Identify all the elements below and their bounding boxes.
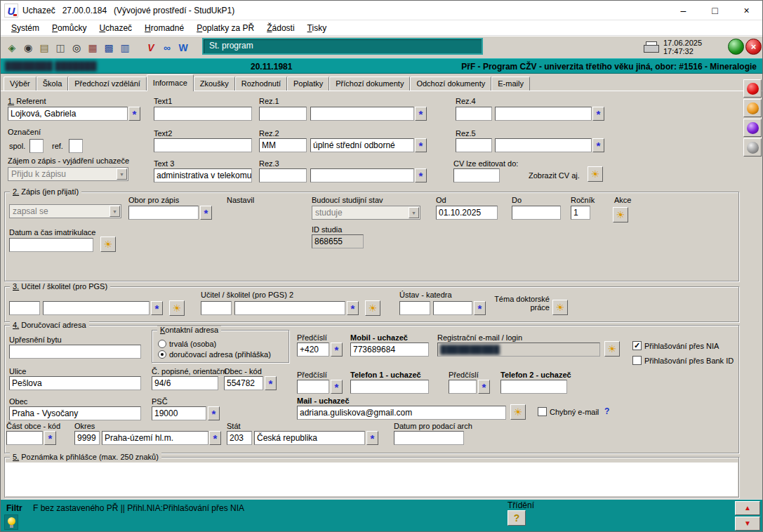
rocnik-field[interactable]: 1: [571, 206, 590, 220]
predcisli2-field[interactable]: [297, 380, 329, 394]
rez5-text-field[interactable]: [495, 138, 592, 152]
view-icon[interactable]: ◎: [69, 41, 84, 55]
chybny-email-checkbox[interactable]: [538, 407, 547, 416]
telefon1-field[interactable]: [350, 380, 429, 394]
text3-field[interactable]: administrativa v telekomu: [154, 168, 252, 182]
diamond-icon[interactable]: ◈: [5, 41, 19, 55]
referent-field[interactable]: Lojková, Gabriela: [8, 107, 128, 121]
red-indicator-button[interactable]: [743, 79, 762, 98]
obec-kod-field[interactable]: 554782: [224, 376, 263, 390]
menu-system[interactable]: Systém: [5, 21, 46, 35]
show-cv-button[interactable]: ☀: [588, 166, 603, 182]
menu-zadosti[interactable]: Žádosti: [260, 21, 300, 35]
text1-field[interactable]: [154, 107, 252, 121]
rez3-code-field[interactable]: [259, 168, 307, 182]
tab-rozhodnuti[interactable]: Rozhodnutí: [235, 77, 287, 91]
rez2-text-field[interactable]: úplné střední odborné: [310, 138, 414, 152]
validation-icon[interactable]: V: [144, 41, 158, 55]
trideni-help-button[interactable]: ?: [507, 510, 526, 526]
cislo-popisne-field[interactable]: 94/6: [152, 376, 218, 390]
predcisli3-field[interactable]: [449, 380, 477, 394]
word-icon[interactable]: W: [176, 41, 190, 55]
stroller-icon[interactable]: ∞: [160, 41, 174, 55]
tab-prichozi-dokumenty[interactable]: Příchozí dokumenty: [329, 77, 410, 91]
lightbulb-button[interactable]: [4, 514, 18, 530]
menu-hromadne[interactable]: Hromadné: [138, 21, 190, 35]
list-icon[interactable]: ▥: [118, 41, 132, 55]
poznamka-textarea[interactable]: [6, 463, 738, 496]
predcisli3-lookup-button[interactable]: *: [478, 380, 490, 394]
save-icon[interactable]: ◫: [53, 41, 67, 55]
okres-code-field[interactable]: 9999: [74, 431, 100, 445]
psc-field[interactable]: 19000: [152, 406, 206, 420]
registracni-email-button[interactable]: ☀: [604, 341, 620, 357]
purple-indicator-button[interactable]: [743, 119, 762, 137]
ustav-code-field[interactable]: [399, 301, 430, 315]
okres-lookup-button[interactable]: *: [209, 431, 221, 445]
ucitel1-name-field[interactable]: [43, 301, 150, 315]
ucitel2-name-field[interactable]: [234, 301, 345, 315]
obor-lookup-button[interactable]: *: [200, 206, 212, 220]
tab-zkousky[interactable]: Zkoušky: [194, 77, 235, 91]
rez1-code-field[interactable]: [259, 107, 307, 121]
tab-emaily[interactable]: E-maily: [491, 77, 530, 91]
cast-obce-lookup-button[interactable]: *: [44, 431, 56, 445]
spol-field[interactable]: [29, 139, 44, 153]
ucitel1-action-button[interactable]: ☀: [169, 300, 185, 316]
maximize-button[interactable]: □: [699, 1, 731, 20]
imatrikulace-date-button[interactable]: ☀: [100, 237, 116, 252]
rez2-code-field[interactable]: MM: [259, 138, 307, 152]
akce-button[interactable]: ☀: [613, 207, 628, 222]
printer-icon[interactable]: [644, 41, 658, 53]
table-icon[interactable]: ▩: [102, 41, 116, 55]
close-button[interactable]: ×: [731, 1, 762, 20]
nia-checkbox[interactable]: ✓: [632, 341, 642, 350]
tab-skola[interactable]: Škola: [37, 77, 69, 91]
budouci-stav-combobox[interactable]: studuje ▼: [312, 206, 420, 220]
rez5-lookup-button[interactable]: *: [592, 138, 604, 152]
obec-kod-lookup-button[interactable]: *: [265, 376, 277, 390]
rez2-lookup-button[interactable]: *: [415, 138, 427, 152]
rez4-code-field[interactable]: [456, 107, 492, 121]
rez5-code-field[interactable]: [456, 138, 492, 152]
ucitel1-code-field[interactable]: [9, 301, 40, 315]
psc-lookup-button[interactable]: *: [208, 406, 220, 420]
tab-predchozi-vzdelani[interactable]: Předchozí vzdělání: [68, 77, 147, 91]
predcisli1-lookup-button[interactable]: *: [331, 343, 343, 357]
obor-pro-zapis-field[interactable]: [128, 206, 199, 220]
ustav-field[interactable]: [433, 301, 472, 315]
ucitel2-action-button[interactable]: ☀: [365, 300, 380, 316]
zajem-combobox[interactable]: Přijdu k zápisu ▼: [8, 167, 128, 181]
mobil-field[interactable]: 773689684: [350, 343, 429, 357]
predcisli2-lookup-button[interactable]: *: [331, 380, 343, 394]
mail-field[interactable]: adriana.guliskova@gmail.com: [297, 406, 506, 420]
ref-field[interactable]: [69, 139, 83, 153]
mail-action-button[interactable]: ☀: [510, 404, 526, 420]
ucitel1-lookup-button[interactable]: *: [151, 301, 163, 315]
menu-pomucky[interactable]: Pomůcky: [46, 21, 93, 35]
cv-editable-until-field[interactable]: [453, 168, 500, 182]
menu-poplatky-za-pr[interactable]: Poplatky za PŘ: [190, 21, 260, 35]
rez1-lookup-button[interactable]: *: [415, 107, 427, 121]
record-icon[interactable]: ◉: [21, 41, 35, 55]
do-field[interactable]: [512, 206, 561, 220]
tab-vyber[interactable]: Výběr: [4, 77, 37, 91]
imatrikulace-field[interactable]: [9, 238, 93, 252]
tab-odchozi-dokumenty[interactable]: Odchozí dokumenty: [410, 77, 491, 91]
menu-tisky[interactable]: Tisky: [301, 21, 333, 35]
gray-indicator-button[interactable]: [743, 138, 762, 157]
tab-poplatky[interactable]: Poplatky: [287, 77, 329, 91]
bankid-checkbox[interactable]: [632, 356, 642, 365]
datum-podaci-arch-field[interactable]: [394, 431, 464, 445]
rez4-text-field[interactable]: [495, 107, 592, 121]
menu-uchazec[interactable]: Uchazeč: [93, 21, 138, 35]
stat-name-field[interactable]: Česká republika: [254, 431, 365, 445]
text2-field[interactable]: [154, 138, 252, 152]
scroll-down-button[interactable]: ▼: [735, 517, 760, 531]
ucitel2-code-field[interactable]: [201, 301, 232, 315]
tab-informace[interactable]: Informace: [147, 74, 194, 91]
rez3-text-field[interactable]: [310, 168, 414, 182]
rez1-text-field[interactable]: [310, 107, 414, 121]
exit-button[interactable]: ×: [745, 39, 762, 55]
okres-name-field[interactable]: Praha-území hl.m.: [102, 431, 208, 445]
